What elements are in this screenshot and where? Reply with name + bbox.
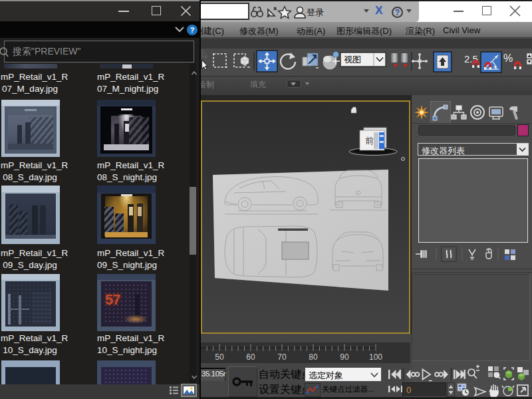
svg-text:%: %: [503, 53, 513, 64]
svg-text:70: 70: [277, 352, 287, 362]
svg-text:50: 50: [215, 352, 224, 362]
svg-text:80: 80: [309, 352, 318, 362]
svg-text:视图: 视图: [344, 55, 361, 65]
svg-text:前: 前: [365, 136, 374, 146]
svg-text:90: 90: [340, 352, 349, 362]
svg-text:60: 60: [246, 352, 255, 362]
svg-text:2.5: 2.5: [464, 53, 478, 65]
svg-text:100: 100: [369, 352, 382, 362]
